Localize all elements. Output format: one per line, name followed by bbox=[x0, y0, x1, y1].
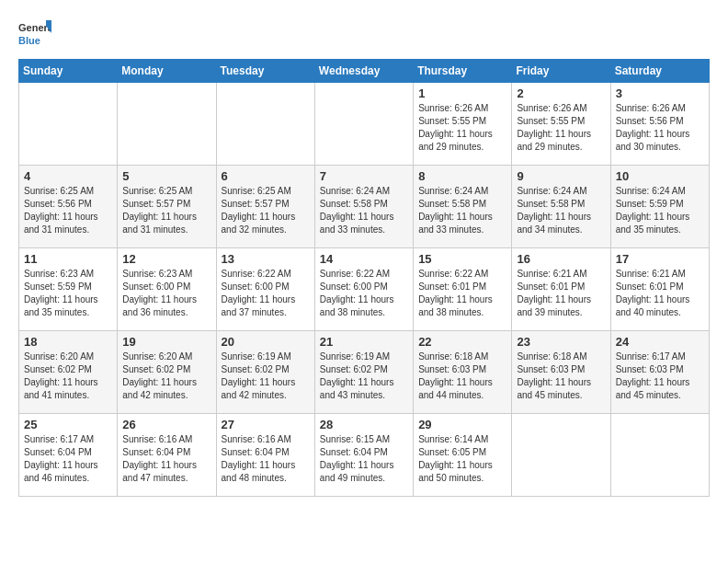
calendar-cell: 13Sunrise: 6:22 AMSunset: 6:00 PMDayligh… bbox=[216, 248, 314, 331]
svg-text:Blue: Blue bbox=[18, 35, 40, 46]
day-number: 8 bbox=[418, 169, 506, 183]
calendar-cell: 26Sunrise: 6:16 AMSunset: 6:04 PMDayligh… bbox=[118, 414, 216, 497]
calendar-cell: 6Sunrise: 6:25 AMSunset: 5:57 PMDaylight… bbox=[216, 166, 314, 248]
calendar-cell: 22Sunrise: 6:18 AMSunset: 6:03 PMDayligh… bbox=[414, 331, 512, 414]
day-number: 12 bbox=[122, 252, 210, 266]
calendar-cell bbox=[610, 414, 709, 497]
calendar-cell: 8Sunrise: 6:24 AMSunset: 5:58 PMDaylight… bbox=[414, 166, 512, 248]
day-number: 5 bbox=[122, 169, 210, 183]
calendar-cell: 15Sunrise: 6:22 AMSunset: 6:01 PMDayligh… bbox=[414, 248, 512, 331]
day-number: 22 bbox=[418, 335, 506, 349]
day-number: 20 bbox=[222, 335, 310, 349]
day-number: 11 bbox=[24, 252, 112, 266]
day-info: Sunrise: 6:15 AMSunset: 6:04 PMDaylight:… bbox=[320, 433, 408, 485]
day-number: 14 bbox=[320, 252, 408, 266]
weekday-header: Sunday bbox=[19, 60, 118, 83]
calendar-cell: 28Sunrise: 6:15 AMSunset: 6:04 PMDayligh… bbox=[314, 414, 413, 497]
day-number: 13 bbox=[222, 252, 310, 266]
day-info: Sunrise: 6:23 AMSunset: 6:00 PMDaylight:… bbox=[122, 268, 210, 319]
calendar-cell: 21Sunrise: 6:19 AMSunset: 6:02 PMDayligh… bbox=[314, 331, 413, 414]
calendar-cell: 23Sunrise: 6:18 AMSunset: 6:03 PMDayligh… bbox=[512, 331, 610, 414]
day-number: 9 bbox=[517, 169, 605, 183]
day-info: Sunrise: 6:19 AMSunset: 6:02 PMDaylight:… bbox=[222, 350, 310, 402]
day-info: Sunrise: 6:22 AMSunset: 6:00 PMDaylight:… bbox=[222, 268, 310, 319]
day-info: Sunrise: 6:18 AMSunset: 6:03 PMDaylight:… bbox=[517, 350, 605, 402]
calendar-cell bbox=[512, 414, 610, 497]
calendar-cell bbox=[314, 83, 413, 166]
calendar-cell: 4Sunrise: 6:25 AMSunset: 5:56 PMDaylight… bbox=[19, 166, 118, 248]
day-number: 17 bbox=[616, 252, 704, 266]
calendar-cell: 1Sunrise: 6:26 AMSunset: 5:55 PMDaylight… bbox=[414, 83, 512, 166]
calendar-table: SundayMondayTuesdayWednesdayThursdayFrid… bbox=[18, 59, 710, 497]
day-info: Sunrise: 6:18 AMSunset: 6:03 PMDaylight:… bbox=[418, 350, 506, 402]
calendar-cell: 16Sunrise: 6:21 AMSunset: 6:01 PMDayligh… bbox=[512, 248, 610, 331]
day-info: Sunrise: 6:22 AMSunset: 6:00 PMDaylight:… bbox=[320, 268, 408, 319]
weekday-header: Friday bbox=[512, 60, 610, 83]
calendar-cell: 19Sunrise: 6:20 AMSunset: 6:02 PMDayligh… bbox=[118, 331, 216, 414]
day-info: Sunrise: 6:24 AMSunset: 5:58 PMDaylight:… bbox=[418, 185, 506, 236]
weekday-header: Thursday bbox=[414, 60, 512, 83]
logo-icon: General Blue bbox=[18, 18, 51, 52]
day-number: 29 bbox=[418, 418, 506, 431]
calendar-cell: 10Sunrise: 6:24 AMSunset: 5:59 PMDayligh… bbox=[610, 166, 709, 248]
day-info: Sunrise: 6:19 AMSunset: 6:02 PMDaylight:… bbox=[320, 350, 408, 402]
calendar-cell: 5Sunrise: 6:25 AMSunset: 5:57 PMDaylight… bbox=[118, 166, 216, 248]
day-info: Sunrise: 6:17 AMSunset: 6:04 PMDaylight:… bbox=[24, 433, 112, 485]
page-header: General Blue bbox=[18, 18, 710, 52]
weekday-header: Monday bbox=[118, 60, 216, 83]
day-info: Sunrise: 6:22 AMSunset: 6:01 PMDaylight:… bbox=[418, 268, 506, 319]
day-info: Sunrise: 6:25 AMSunset: 5:57 PMDaylight:… bbox=[122, 185, 210, 236]
calendar-cell: 25Sunrise: 6:17 AMSunset: 6:04 PMDayligh… bbox=[19, 414, 118, 497]
day-number: 4 bbox=[24, 169, 112, 183]
day-info: Sunrise: 6:26 AMSunset: 5:55 PMDaylight:… bbox=[517, 102, 605, 154]
day-info: Sunrise: 6:24 AMSunset: 5:59 PMDaylight:… bbox=[616, 185, 704, 236]
day-info: Sunrise: 6:24 AMSunset: 5:58 PMDaylight:… bbox=[517, 185, 605, 236]
day-number: 15 bbox=[418, 252, 506, 266]
calendar-cell bbox=[118, 83, 216, 166]
day-info: Sunrise: 6:20 AMSunset: 6:02 PMDaylight:… bbox=[24, 350, 112, 402]
day-number: 23 bbox=[517, 335, 605, 349]
calendar-cell: 9Sunrise: 6:24 AMSunset: 5:58 PMDaylight… bbox=[512, 166, 610, 248]
calendar-cell: 29Sunrise: 6:14 AMSunset: 6:05 PMDayligh… bbox=[414, 414, 512, 497]
weekday-header: Saturday bbox=[610, 60, 709, 83]
day-number: 26 bbox=[122, 418, 210, 431]
logo: General Blue bbox=[18, 18, 51, 52]
day-number: 27 bbox=[222, 418, 310, 431]
day-number: 7 bbox=[320, 169, 408, 183]
day-info: Sunrise: 6:26 AMSunset: 5:55 PMDaylight:… bbox=[418, 102, 506, 154]
day-info: Sunrise: 6:20 AMSunset: 6:02 PMDaylight:… bbox=[122, 350, 210, 402]
day-info: Sunrise: 6:23 AMSunset: 5:59 PMDaylight:… bbox=[24, 268, 112, 319]
day-info: Sunrise: 6:16 AMSunset: 6:04 PMDaylight:… bbox=[122, 433, 210, 485]
weekday-header: Wednesday bbox=[314, 60, 413, 83]
day-info: Sunrise: 6:24 AMSunset: 5:58 PMDaylight:… bbox=[320, 185, 408, 236]
day-number: 18 bbox=[24, 335, 112, 349]
day-number: 19 bbox=[122, 335, 210, 349]
day-number: 21 bbox=[320, 335, 408, 349]
day-number: 10 bbox=[616, 169, 704, 183]
day-info: Sunrise: 6:21 AMSunset: 6:01 PMDaylight:… bbox=[616, 268, 704, 319]
calendar-cell: 11Sunrise: 6:23 AMSunset: 5:59 PMDayligh… bbox=[19, 248, 118, 331]
calendar-cell: 20Sunrise: 6:19 AMSunset: 6:02 PMDayligh… bbox=[216, 331, 314, 414]
calendar-cell: 24Sunrise: 6:17 AMSunset: 6:03 PMDayligh… bbox=[610, 331, 709, 414]
calendar-cell bbox=[19, 83, 118, 166]
day-number: 28 bbox=[320, 418, 408, 431]
day-info: Sunrise: 6:17 AMSunset: 6:03 PMDaylight:… bbox=[616, 350, 704, 402]
day-number: 16 bbox=[517, 252, 605, 266]
calendar-cell: 7Sunrise: 6:24 AMSunset: 5:58 PMDaylight… bbox=[314, 166, 413, 248]
day-number: 6 bbox=[222, 169, 310, 183]
day-number: 3 bbox=[616, 86, 704, 100]
calendar-cell: 3Sunrise: 6:26 AMSunset: 5:56 PMDaylight… bbox=[610, 83, 709, 166]
calendar-header: SundayMondayTuesdayWednesdayThursdayFrid… bbox=[19, 60, 710, 83]
day-info: Sunrise: 6:21 AMSunset: 6:01 PMDaylight:… bbox=[517, 268, 605, 319]
day-info: Sunrise: 6:14 AMSunset: 6:05 PMDaylight:… bbox=[418, 433, 506, 485]
day-number: 2 bbox=[517, 86, 605, 100]
calendar-cell: 12Sunrise: 6:23 AMSunset: 6:00 PMDayligh… bbox=[118, 248, 216, 331]
day-number: 1 bbox=[418, 86, 506, 100]
day-info: Sunrise: 6:16 AMSunset: 6:04 PMDaylight:… bbox=[222, 433, 310, 485]
day-number: 25 bbox=[24, 418, 112, 431]
calendar-cell: 27Sunrise: 6:16 AMSunset: 6:04 PMDayligh… bbox=[216, 414, 314, 497]
calendar-cell: 17Sunrise: 6:21 AMSunset: 6:01 PMDayligh… bbox=[610, 248, 709, 331]
calendar-cell: 14Sunrise: 6:22 AMSunset: 6:00 PMDayligh… bbox=[314, 248, 413, 331]
day-info: Sunrise: 6:25 AMSunset: 5:57 PMDaylight:… bbox=[222, 185, 310, 236]
day-number: 24 bbox=[616, 335, 704, 349]
